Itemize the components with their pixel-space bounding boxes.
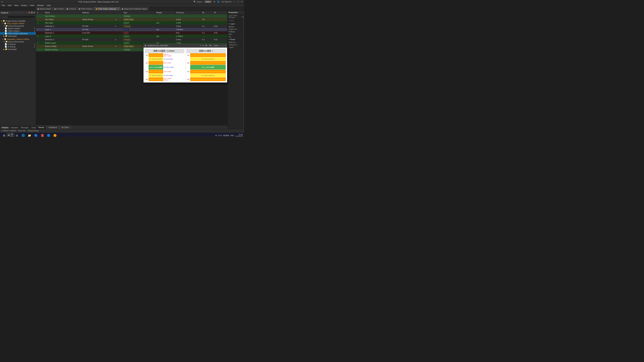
table-row[interactable]: Top Overlay Overlay — [36, 14, 228, 18]
menu-view[interactable]: View — [13, 4, 20, 7]
tab-ic-schlib[interactable]: IC.SchLib — [53, 7, 65, 10]
cell-material: Solder Resist — [81, 44, 114, 48]
cell-material — [81, 34, 114, 38]
layer-vis-l3: L3 HOZ: 0.6mil — [145, 70, 184, 73]
taskview-button[interactable]: ⧉ — [14, 133, 20, 137]
profile-icon[interactable]: 👤 — [217, 1, 220, 3]
cell-material: Core-020 — [81, 31, 114, 34]
tree-ic-schlib[interactable]: 📄 IC.SchLib ⊕ — [0, 43, 36, 45]
tree-source-docs[interactable]: ▼ 📁 Source Documents — [0, 25, 36, 27]
explorer-button[interactable]: 📁 — [27, 133, 32, 137]
table-row[interactable]: Dielectric 2 PP-006 ≡ Prepreg 2.8mil 4.1… — [36, 24, 228, 28]
tab-ic-pcblib[interactable]: IC.PcbLib — [65, 7, 77, 10]
table-row[interactable]: 1 Top Layer Signal 1oz 1.4mil — [36, 21, 228, 24]
tree-pcb1-pcbdoc[interactable]: 📄 PCB1.PcbDoc • ⊕ — [0, 30, 36, 32]
altium-button[interactable]: 🟠 — [52, 133, 58, 137]
table-row[interactable]: Dielectric 1 Core-020 Core 6mil 4.1 0.02 — [36, 31, 228, 34]
ie-button[interactable]: 🔵 — [33, 133, 38, 137]
cell-material: PP-006 — [81, 38, 114, 41]
weather-icon: 🌤 — [215, 135, 217, 136]
props-item-co[interactable]: Co... — [228, 35, 242, 38]
props-item-library-co[interactable]: Library Co... — [228, 43, 242, 46]
cell-name: Top Layer — [44, 21, 81, 24]
nav-tab-projects[interactable]: Projects — [1, 126, 10, 129]
maximize-button[interactable]: □ — [237, 1, 240, 3]
tab-pcb1-pcbdoc[interactable]: PCB1.PcbDoc ▸ — [77, 7, 94, 10]
tab-pcb1-stackup[interactable]: PCB1.PcbDoc [Stackup] ✕ — [94, 7, 120, 10]
sidebar-close-icon[interactable]: ✕ — [33, 11, 35, 14]
layer-vis-l4: L4 1OZ: 1.38mil CEr:3.8 — [145, 77, 184, 81]
start-button[interactable]: ⊞ — [1, 133, 7, 137]
chrome-button[interactable]: 🔵 — [46, 133, 51, 137]
menu-file[interactable]: File — [1, 4, 6, 7]
edge-button[interactable]: 🌐 — [20, 133, 26, 137]
props-item-des[interactable]: Des... — [228, 33, 242, 35]
right-strip: Panels — [242, 11, 244, 129]
table-row[interactable]: 2 Layer 1 CF-004 Plane 1oz 1.378mil — [36, 28, 228, 31]
menu-project[interactable]: Project — [20, 4, 28, 7]
popup-more-icon[interactable]: ••• — [202, 45, 204, 46]
tree-ic-pcblib[interactable]: 📄 IC.PcbLib ⊕ — [0, 45, 36, 48]
popup-edit-icon[interactable]: ✏ — [200, 45, 201, 46]
close-button[interactable]: ✕ — [240, 1, 243, 3]
popup-zoom-in-icon[interactable]: 🔍+ — [210, 45, 212, 46]
props-item-stack-sy[interactable]: Stack Sy... — [228, 41, 242, 43]
tab-dot-active — [96, 8, 97, 10]
tab-sheet1-schdoc[interactable]: Sheet1.SchDoc — [36, 7, 53, 10]
menu-tools[interactable]: Tools — [29, 4, 36, 7]
tab-label: Design Rule Verification Report — [124, 8, 147, 10]
tree-modified-icon: ⊕ — [34, 28, 35, 29]
popup-zoom-out-icon[interactable]: 🔍- — [206, 45, 208, 46]
share-button[interactable]: Share — [204, 1, 212, 3]
tab-stackup[interactable]: Stackup — [36, 126, 46, 129]
tab-drc-report[interactable]: Design Rule Verification Report — [120, 7, 148, 10]
props-search-input[interactable] — [228, 19, 242, 22]
menu-edit[interactable]: Edit — [7, 4, 12, 7]
tree-lib-generated[interactable]: ▶ 📁 Generated — [0, 48, 36, 50]
tab-dot — [54, 8, 56, 10]
props-item-pullback[interactable]: Pullback... — [228, 30, 242, 33]
tab-via-types[interactable]: Via Types — [59, 126, 71, 129]
popup-close-icon[interactable]: ✕ — [225, 45, 226, 46]
table-row[interactable]: Dielectric 3 PP-006 ≡ Prepreg 2.8mil 4.1… — [36, 38, 228, 41]
properties-panel: Properties Layer Stack Manager ▼ Layer M… — [228, 11, 242, 129]
cell-num — [36, 44, 44, 48]
search-button[interactable]: 🔍 搜索 — [8, 133, 13, 137]
col-weight: Weight — [155, 11, 175, 14]
menu-help[interactable]: Help — [46, 4, 52, 7]
menu-window[interactable]: Window — [36, 4, 45, 7]
r-layer-bar-l2 — [190, 61, 226, 65]
tab-close-icon[interactable]: ✕ — [118, 8, 119, 10]
popup-maximize-icon[interactable]: □ — [222, 45, 224, 46]
acrobat-button[interactable]: 📕 — [40, 133, 45, 137]
title-bar: ⊞ PCB_Project1.PrjPcb - Altium Designer … — [0, 0, 244, 4]
tree-lib-pkg[interactable]: ▼ 📋 Integrated_Library1.LibPkg — [0, 38, 36, 40]
props-item-copper[interactable]: Copper On... — [228, 28, 242, 30]
sidebar-search-input[interactable] — [1, 15, 35, 18]
tree-pcb-project[interactable]: ▼ 📋 PCB_Project1.PrjPcb — [0, 22, 36, 25]
tab-impedance[interactable]: Impedance — [46, 126, 59, 129]
minimize-button[interactable]: — — [234, 1, 236, 3]
tree-generated[interactable]: ▶ 📁 Generated — [0, 35, 36, 37]
tree-lib-source-docs[interactable]: ▼ 📁 Source Documents — [0, 40, 36, 43]
settings-icon[interactable]: ⚙ — [214, 1, 215, 3]
cell-lock — [114, 41, 122, 44]
popup-minimize-icon[interactable]: — — [219, 45, 221, 46]
table-row[interactable]: 3 Layer 2 Signal 1oz 1.378mil — [36, 34, 228, 38]
tree-pcb1-stackup[interactable]: 📄 PCB1.PcbDoc [Stackup] — [0, 32, 36, 35]
tree-sheet1-schdoc[interactable]: 📄 Sheet1.SchDoc ⊕ — [0, 27, 36, 30]
table-row[interactable]: Top Solder Solder Resist ≡ Solder Mask 0… — [36, 18, 228, 21]
cell-dk: 4.1 — [201, 31, 213, 34]
props-item-manual[interactable]: Manual — [228, 25, 242, 28]
sidebar-panel: Projects 📌 ⚙ ✕ ▼ 📁 Project Group 1.DsnWr… — [0, 11, 36, 129]
sidebar-pin-icon[interactable]: 📌 — [28, 11, 30, 14]
title-search[interactable]: 🔍 Search — [194, 1, 202, 3]
nav-tab-navigator[interactable]: Navigator — [10, 126, 20, 129]
props-item-layers[interactable]: Layers — [228, 46, 242, 49]
tree-file-icon: 📄 — [5, 32, 7, 34]
layer-bar-l4 — [148, 77, 163, 81]
nav-tab-messages[interactable]: Messages — [20, 126, 30, 129]
tree-project-group[interactable]: ▼ 📁 Project Group 1.DsnWrk — [0, 19, 36, 22]
layer-bar-l2 — [148, 61, 163, 65]
sidebar-config-icon[interactable]: ⚙ — [31, 11, 33, 14]
